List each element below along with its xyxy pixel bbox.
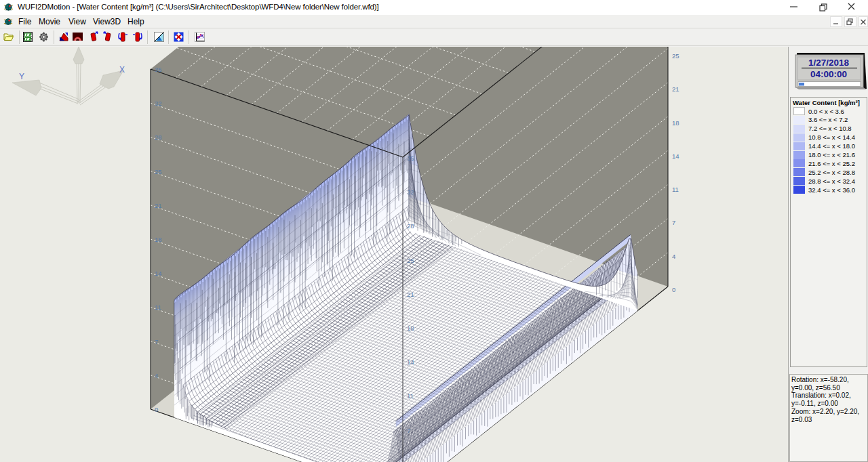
svg-text:28: 28 [407,222,414,230]
svg-text:28: 28 [155,133,162,141]
svg-text:21: 21 [407,291,414,298]
svg-text:11: 11 [407,392,414,400]
svg-text:32: 32 [407,188,414,196]
svg-text:18: 18 [672,119,679,127]
svg-text:11: 11 [672,186,679,193]
svg-text:7: 7 [672,219,675,226]
svg-text:18: 18 [155,236,162,243]
svg-text:35: 35 [155,66,162,73]
svg-text:21: 21 [672,85,679,93]
svg-text:7: 7 [155,338,158,345]
svg-text:4: 4 [155,372,158,379]
svg-text:18: 18 [407,324,414,332]
svg-text:14: 14 [407,358,414,366]
svg-text:25: 25 [672,52,679,60]
svg-text:7: 7 [407,427,410,434]
svg-text:11: 11 [155,303,161,311]
svg-text:04:00:00: 04:00:00 [810,69,847,79]
svg-text:0: 0 [672,286,675,293]
svg-text:Y: Y [19,72,24,81]
svg-text:1/27/2018: 1/27/2018 [808,58,850,68]
svg-text:0: 0 [155,406,158,413]
svg-text:X: X [119,65,125,75]
svg-text:25: 25 [407,257,414,264]
svg-text:32: 32 [155,100,162,107]
svg-text:21: 21 [155,202,162,209]
svg-text:35: 35 [407,154,414,162]
svg-text:14: 14 [155,270,162,277]
svg-text:4: 4 [672,253,675,260]
svg-text:14: 14 [672,152,679,160]
svg-text:25: 25 [155,168,162,175]
